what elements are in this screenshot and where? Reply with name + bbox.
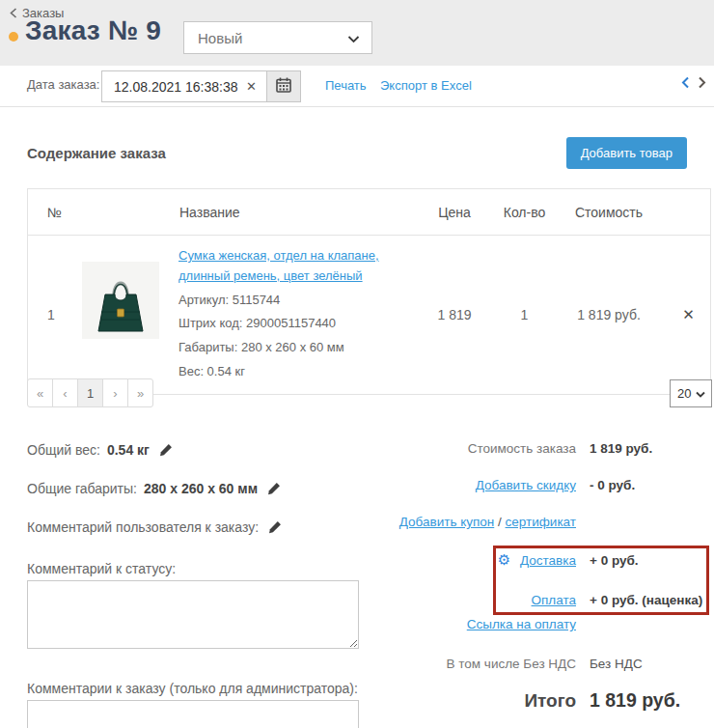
row-number: 1: [28, 236, 82, 394]
order-status-select[interactable]: Новый: [183, 21, 372, 54]
user-comment-label: Комментарий пользователя к заказу:: [27, 519, 259, 535]
admin-comment-label: Комментарии к заказу (только для админис…: [27, 681, 358, 696]
edit-user-comment-icon[interactable]: [268, 520, 282, 534]
status-comment-textarea[interactable]: [27, 580, 359, 649]
export-excel-link[interactable]: Экспорт в Excel: [380, 78, 472, 93]
total-label: Итого: [362, 690, 576, 712]
order-status-value: Новый: [198, 30, 347, 46]
date-label: Дата заказа:: [27, 77, 99, 92]
order-date-value: 12.08.2021 16:38:38: [114, 79, 244, 95]
next-order-icon[interactable]: [698, 76, 706, 89]
edit-dimensions-icon[interactable]: [267, 482, 281, 495]
print-link[interactable]: Печать: [325, 78, 367, 93]
order-cost-label: Стоимость заказа: [362, 441, 576, 456]
vat-label: В том числе Без НДС: [362, 657, 576, 671]
per-page-select[interactable]: 20: [670, 379, 712, 407]
add-product-button[interactable]: Добавить товар: [566, 137, 687, 169]
col-header-price: Цена: [411, 189, 498, 235]
vat-value: Без НДС: [590, 657, 711, 671]
col-header-cost: Стоимость: [551, 189, 667, 235]
delivery-value: + 0 руб.: [590, 553, 711, 568]
add-discount-link[interactable]: Добавить скидку: [476, 478, 576, 492]
discount-value: - 0 руб.: [590, 478, 711, 492]
page-last-button[interactable]: »: [127, 378, 153, 407]
total-dimensions-label: Общие габариты:: [27, 481, 137, 496]
admin-comment-textarea[interactable]: [27, 700, 359, 728]
calendar-button[interactable]: [266, 70, 301, 102]
page-current-button[interactable]: 1: [77, 378, 103, 407]
payment-value: + 0 руб. (наценка): [590, 593, 711, 607]
page-title: Заказ № 9: [25, 15, 161, 46]
product-dimensions: Габариты: 280 х 260 х 60 мм: [178, 337, 411, 358]
payment-link[interactable]: Оплата: [532, 593, 576, 607]
delete-row-icon[interactable]: ✕: [682, 306, 695, 323]
clear-date-icon[interactable]: ✕: [244, 79, 259, 94]
total-value: 1 819 руб.: [590, 689, 711, 712]
page-first-button[interactable]: «: [27, 378, 53, 407]
page-next-button[interactable]: ›: [102, 378, 128, 407]
per-page-value: 20: [677, 386, 696, 401]
edit-weight-icon[interactable]: [159, 443, 173, 457]
chevron-down-icon: [347, 30, 360, 46]
delivery-link[interactable]: Доставка: [520, 553, 576, 568]
col-header-name: Название: [82, 189, 411, 235]
product-name-link[interactable]: Сумка женская, отдел на клапане, длинный…: [178, 246, 411, 287]
topbar: Заказы Заказ № 9 Новый: [0, 0, 714, 66]
total-weight-value: 0.54 кг: [107, 442, 150, 458]
coupon-separator: /: [498, 515, 502, 529]
chevron-down-icon: [696, 386, 705, 401]
row-cost: 1 819 руб.: [551, 236, 667, 394]
order-summary: Общий вес: 0.54 кг Общие габариты: 280 x…: [0, 434, 714, 728]
row-price: 1 819: [411, 236, 498, 394]
row-qty: 1: [498, 236, 551, 394]
order-date-input[interactable]: 12.08.2021 16:38:38 ✕: [101, 70, 267, 102]
add-coupon-link[interactable]: Добавить купон: [399, 515, 495, 529]
status-dot: [9, 32, 18, 42]
page-prev-button[interactable]: ‹: [52, 378, 78, 407]
col-header-num: №: [28, 189, 82, 235]
product-barcode: Штрих код: 2900051157440: [178, 313, 411, 334]
date-row: Дата заказа: 12.08.2021 16:38:38 ✕: [0, 66, 714, 107]
total-dimensions-value: 280 x 260 x 60 мм: [144, 481, 258, 496]
product-weight: Вес: 0.54 кг: [178, 361, 411, 382]
section-title: Содержание заказа: [27, 145, 166, 161]
gear-icon[interactable]: ⚙: [498, 551, 510, 568]
order-items-table: № Название Цена Кол-во Стоимость 1: [27, 188, 711, 395]
table-header-row: № Название Цена Кол-во Стоимость: [28, 189, 710, 236]
table-row: 1: [28, 236, 710, 394]
product-image: [82, 262, 159, 339]
status-comment-label: Комментарий к статусу:: [27, 561, 176, 576]
order-page: Заказы Заказ № 9 Новый Дата заказа: 12.0…: [0, 0, 714, 728]
back-chevron-icon: [10, 8, 17, 18]
product-sku: Артикул: 5115744: [178, 290, 411, 311]
prev-order-icon[interactable]: [681, 76, 690, 89]
order-cost-value: 1 819 руб.: [590, 441, 711, 456]
payment-url-link[interactable]: Ссылка на оплату: [467, 617, 576, 631]
col-header-qty: Кол-во: [498, 189, 551, 235]
total-weight-label: Общий вес:: [27, 442, 100, 458]
calendar-icon: [276, 77, 291, 97]
add-certificate-link[interactable]: сертификат: [506, 515, 576, 529]
pagination: « ‹ 1 › »: [27, 378, 153, 407]
